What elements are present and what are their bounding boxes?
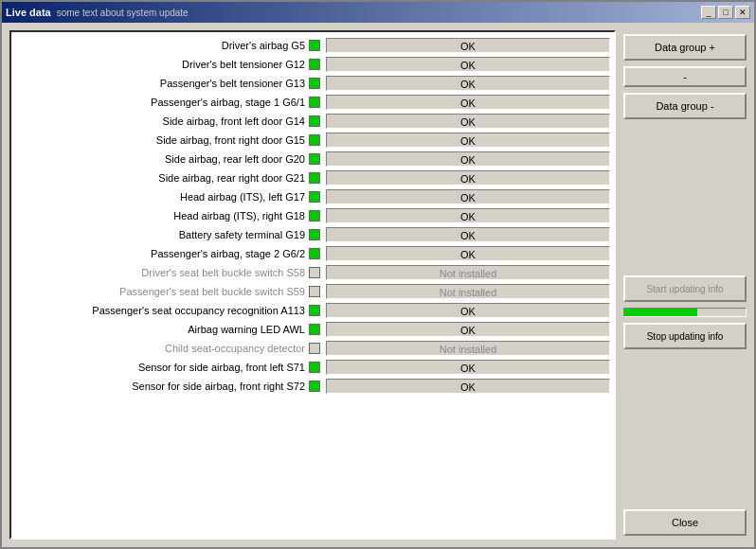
row-value: OK [326,227,610,242]
row-value: OK [326,76,610,91]
table-row: Sensor for side airbag, front left S71OK [11,358,614,377]
row-value: Not installed [326,341,610,356]
window-title: Live data [6,7,51,18]
table-row: Airbag warning LED AWLOK [11,320,614,339]
side-panel: Data group + - Data group - Start updati… [623,30,747,540]
maximize-button[interactable]: □ [718,6,733,19]
row-label: Driver's airbag G5 [15,40,309,51]
row-value: OK [326,38,610,53]
row-value: Not installed [326,284,610,299]
table-row: Passenger's belt tensioner G13OK [11,74,614,93]
status-indicator [309,191,320,203]
status-indicator [309,59,320,70]
row-label: Sensor for side airbag, front right S72 [15,381,309,392]
row-label: Side airbag, rear right door G21 [15,172,309,184]
close-button[interactable]: ✕ [735,6,750,19]
table-row: Driver's belt tensioner G12OK [11,55,614,74]
row-label: Passenger's airbag, stage 1 G6/1 [15,97,309,108]
row-value: OK [326,379,610,394]
window-content: Driver's airbag G5OKDriver's belt tensio… [2,23,754,547]
stop-updating-button[interactable]: Stop updating info [623,323,747,349]
row-label: Passenger's belt tensioner G13 [15,78,309,89]
row-value: OK [326,246,610,261]
row-value: OK [326,133,610,148]
row-value: OK [326,303,610,318]
progress-bar [623,308,747,317]
table-row: Side airbag, rear left door G20OK [11,150,614,168]
status-indicator [309,267,320,278]
status-indicator [309,343,320,354]
status-indicator [309,362,320,373]
row-label: Child seat-occupancy detector [15,343,309,354]
status-indicator [309,248,320,259]
row-value: Not installed [326,265,610,280]
row-value: OK [326,57,610,72]
row-value: OK [326,114,610,129]
title-bar: Live data some text about system update … [2,2,754,23]
table-row: Passenger's airbag, stage 2 G6/2OK [11,244,614,263]
table-row: Passenger's airbag, stage 1 G6/1OK [11,93,614,112]
table-row: Driver's airbag G5OK [11,36,614,55]
table-row: Head airbag (ITS), right G18OK [11,206,614,225]
progress-bar-fill [624,309,697,316]
minimize-button[interactable]: _ [701,6,716,19]
row-label: Driver's seat belt buckle switch S58 [15,267,309,278]
table-row: Passenger's seat occupancy recognition A… [11,301,614,320]
data-panel[interactable]: Driver's airbag G5OKDriver's belt tensio… [9,30,616,540]
row-label: Driver's belt tensioner G12 [15,59,309,70]
row-value: OK [326,151,610,167]
row-value: OK [326,360,610,375]
table-row: Side airbag, front right door G15OK [11,131,614,150]
row-label: Side airbag, rear left door G20 [15,153,309,165]
table-row: Battery safety terminal G19OK [11,225,614,244]
separator-button[interactable]: - [623,66,747,87]
status-indicator [309,134,320,146]
data-group-plus-button[interactable]: Data group + [623,34,747,61]
row-label: Passenger's seat occupancy recognition A… [15,305,309,316]
status-indicator [309,210,320,221]
row-label: Head airbag (ITS), left G17 [15,191,309,203]
row-label: Battery safety terminal G19 [15,229,309,240]
table-row: Side airbag, front left door G14OK [11,112,614,131]
status-indicator [309,172,320,184]
table-row: Side airbag, rear right door G21OK [11,168,614,187]
status-indicator [309,97,320,108]
status-indicator [309,153,320,165]
title-bar-controls: _ □ ✕ [701,6,750,19]
start-updating-button[interactable]: Start updating info [623,275,747,302]
row-label: Side airbag, front right door G15 [15,134,309,146]
row-value: OK [326,189,610,204]
status-indicator [309,40,320,51]
row-label: Passenger's airbag, stage 2 G6/2 [15,248,309,259]
row-label: Airbag warning LED AWL [15,324,309,335]
status-indicator [309,229,320,240]
data-group-minus-button[interactable]: Data group - [623,93,747,119]
status-indicator [309,305,320,316]
status-indicator [309,115,320,127]
status-indicator [309,78,320,89]
table-row: Sensor for side airbag, front right S72O… [11,377,614,396]
status-indicator [309,286,320,297]
table-row: Child seat-occupancy detectorNot install… [11,339,614,358]
status-indicator [309,381,320,392]
table-row: Passenger's seat belt buckle switch S59N… [11,282,614,301]
close-dialog-button[interactable]: Close [623,509,747,536]
row-value: OK [326,95,610,110]
row-label: Head airbag (ITS), right G18 [15,210,309,221]
table-row: Head airbag (ITS), left G17OK [11,187,614,206]
status-indicator [309,324,320,335]
row-label: Sensor for side airbag, front left S71 [15,362,309,373]
row-value: OK [326,208,610,223]
main-window: Live data some text about system update … [0,0,756,549]
row-label: Passenger's seat belt buckle switch S59 [15,286,309,297]
row-value: OK [326,322,610,337]
table-row: Driver's seat belt buckle switch S58Not … [11,263,614,282]
row-label: Side airbag, front left door G14 [15,115,309,127]
window-subtitle: some text about system update [57,8,189,18]
row-value: OK [326,170,610,186]
